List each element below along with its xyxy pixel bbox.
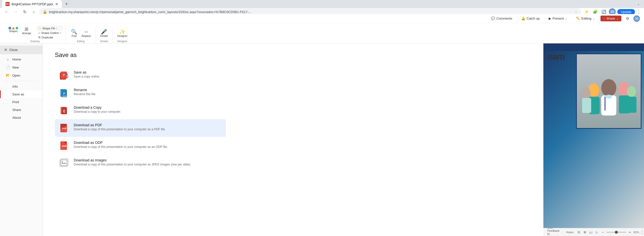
svg-text:PDF: PDF — [62, 127, 67, 130]
forward-button[interactable]: → — [12, 8, 19, 15]
sidebar-item-open[interactable]: 📂 Open — [0, 71, 43, 79]
browser-chrome: BC BrightCarbon PPT2PDF.pptx ✕ + ⌄ ← → ↻… — [0, 0, 644, 14]
replace-button[interactable]: ↔ Replace — [80, 28, 92, 38]
zoom-level-text[interactable]: 82% — [633, 231, 639, 234]
close-icon: ✕ — [4, 47, 7, 52]
download-odp-option[interactable]: ODP Download as ODP Download a copy of t… — [55, 137, 226, 154]
svg-point-32 — [606, 95, 612, 99]
comments-button[interactable]: 💬 Comments — [488, 15, 515, 22]
download-copy-text: Download a Copy Download a copy to your … — [74, 105, 222, 113]
svg-text:P: P — [63, 74, 65, 77]
zoom-slider[interactable] — [606, 232, 626, 233]
duplicate-button[interactable]: ⧉ Duplicate — [37, 35, 63, 39]
shape-outline-button[interactable]: □ Shape Outline ~ — [37, 31, 63, 35]
browser-menu-button[interactable]: ⋮ — [636, 9, 641, 15]
download-pdf-desc: Download a copy of this presentation to … — [74, 128, 222, 131]
slide-sorter-icon[interactable]: ⊞ — [583, 230, 587, 234]
tab-close-button[interactable]: ✕ — [55, 2, 58, 7]
sidebar-item-share[interactable]: Share — [0, 106, 43, 114]
settings-icon[interactable]: ⚙ — [624, 15, 631, 22]
replace-icon: ↔ — [84, 29, 89, 34]
designer-group-label: Designer — [116, 39, 129, 43]
zoom-minus-button[interactable]: − — [602, 230, 604, 234]
comments-icon: 💬 — [491, 17, 495, 20]
normal-view-icon[interactable]: ⊟ — [577, 230, 581, 234]
rename-option[interactable]: P Rename Rename this file. — [55, 84, 226, 102]
bookmark-icon[interactable]: ☆ — [575, 10, 578, 14]
svg-point-29 — [627, 86, 636, 97]
download-copy-desc: Download a copy to your computer. — [74, 110, 222, 113]
editing-button[interactable]: ✏️ Editing ⌄ — [573, 15, 598, 22]
shapes-icon — [9, 27, 18, 29]
catch-up-button[interactable]: 🔔 Catch up — [518, 15, 543, 22]
home-icon: ⌂ — [6, 57, 10, 61]
sidebar-item-info[interactable]: Info — [0, 83, 43, 90]
download-images-desc: Download a copy of this presentation to … — [74, 163, 222, 166]
shape-options: ▭ Shape Fill ~ □ Shape Outline ~ ⧉ Dupli… — [37, 26, 63, 39]
ribbon-drawing-group: Shapes ⊞ Arrange ▭ Shape Fill ~ □ — [4, 25, 66, 43]
designer-group-items: ✨ Designer — [116, 27, 129, 39]
sidebar-item-about[interactable]: About — [0, 114, 43, 122]
sidebar-item-print[interactable]: Print — [0, 98, 43, 106]
browser-tab[interactable]: BC BrightCarbon PPT2PDF.pptx ✕ — [2, 0, 62, 8]
download-copy-title: Download a Copy — [74, 105, 222, 109]
shapes-button[interactable]: Shapes — [7, 26, 20, 34]
present-icon: ▶ — [549, 17, 551, 20]
status-bar: Give Feedback to Microsoft | Notes ⊟ ⊞ 📖… — [543, 228, 644, 236]
presenter-view-icon[interactable]: ▷ — [595, 230, 599, 234]
download-copy-option[interactable]: P Download a Copy Download a copy to you… — [55, 102, 226, 119]
editing-icon: ✏️ — [576, 17, 580, 20]
download-odp-icon: ODP — [59, 141, 69, 151]
arrange-button[interactable]: ⊞ Arrange — [21, 26, 33, 36]
duplicate-icon: ⧉ — [38, 36, 41, 39]
slide-area: eam — [543, 43, 644, 228]
sidebar-item-save-as[interactable]: Save as — [0, 90, 43, 98]
download-pdf-option[interactable]: PDF Download as PDF Download a copy of t… — [55, 119, 226, 137]
sidebar-item-home[interactable]: ⌂ Home — [0, 55, 43, 63]
slide-photo — [577, 54, 641, 128]
share-button[interactable]: ↑ Share ⌄ — [600, 16, 621, 21]
save-as-panel: Save as P Save as Save a copy online. — [43, 43, 543, 236]
presentation-area: eam — [543, 43, 644, 236]
rename-desc: Rename this file. — [74, 92, 222, 96]
ribbon: 💬 Comments 🔔 Catch up ▶ Present ⌄ ✏️ Edi… — [0, 14, 644, 43]
ribbon-main: Shapes ⊞ Arrange ▭ Shape Fill ~ □ — [0, 23, 644, 43]
fit-slide-icon[interactable]: ⛶ — [641, 230, 644, 234]
tab-strip-down-button[interactable]: ⌄ — [635, 1, 642, 8]
ribbon-designer-group: ✨ Designer Designer — [113, 27, 132, 43]
dictate-group-items: 🎤 Dictate — [99, 27, 109, 39]
notes-button[interactable]: Notes — [566, 231, 574, 234]
reading-view-icon[interactable]: 📖 — [589, 230, 593, 234]
shape-fill-button[interactable]: ▭ Shape Fill ~ — [37, 26, 63, 31]
download-pdf-title: Download as PDF — [74, 123, 222, 127]
download-copy-icon: P — [59, 105, 69, 115]
dictate-icon: 🎤 — [101, 29, 107, 34]
download-odp-desc: Download a copy of this presentation to … — [74, 145, 222, 149]
new-tab-button[interactable]: + — [63, 1, 70, 8]
office-profile-avatar[interactable]: JG — [633, 15, 640, 22]
share-chevron-icon: ⌄ — [616, 17, 618, 20]
download-images-option[interactable]: Download as Images Download a copy of th… — [55, 154, 226, 172]
download-pdf-icon: PDF — [59, 123, 69, 133]
app-area: 💬 Comments 🔔 Catch up ▶ Present ⌄ ✏️ Edi… — [0, 14, 644, 236]
shape-outline-icon: □ — [38, 31, 40, 34]
editing-group-label: Editing — [69, 39, 92, 43]
save-as-title: Save as — [55, 51, 531, 58]
ribbon-top: 💬 Comments 🔔 Catch up ▶ Present ⌄ ✏️ Edi… — [0, 14, 644, 23]
dictate-button[interactable]: 🎤 Dictate — [99, 28, 109, 38]
find-button[interactable]: 🔍 Find — [69, 28, 79, 38]
url-text: brightcarbon-my.sharepoint.com/p:/r/pers… — [49, 10, 573, 14]
present-button[interactable]: ▶ Present ⌄ — [545, 15, 570, 22]
new-icon: 📄 — [6, 65, 10, 69]
present-chevron-icon: ⌄ — [565, 17, 567, 20]
zoom-thumb — [615, 231, 618, 234]
svg-rect-28 — [582, 98, 591, 113]
close-button[interactable]: ✕ Close — [0, 45, 43, 54]
rename-title: Rename — [74, 88, 222, 92]
slide-title: eam — [547, 51, 565, 62]
save-as-online-option[interactable]: P Save as Save a copy online. — [55, 67, 226, 84]
zoom-plus-button[interactable]: + — [629, 230, 631, 234]
designer-button[interactable]: ✨ Designer — [116, 28, 129, 38]
slide-photo-frame — [576, 53, 641, 129]
sidebar-item-new[interactable]: 📄 New — [0, 63, 43, 71]
